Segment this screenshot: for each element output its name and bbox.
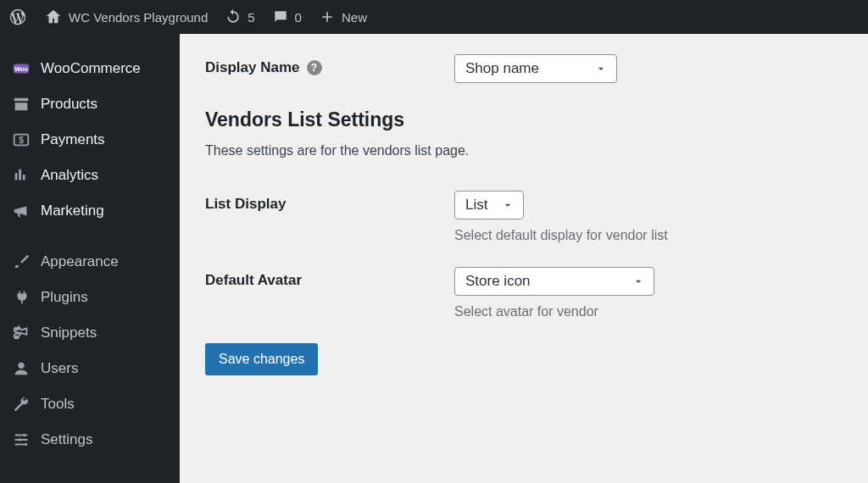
svg-point-5	[15, 336, 19, 339]
sidebar-item-label: Plugins	[41, 289, 88, 306]
chevron-down-icon	[594, 62, 608, 75]
sidebar-item-tools[interactable]: Tools	[0, 386, 180, 422]
vendors-list-desc: These settings are for the vendors list …	[205, 143, 843, 158]
chart-icon	[12, 166, 31, 185]
default-avatar-label: Default Avatar	[205, 272, 302, 289]
sidebar-item-label: Tools	[41, 396, 75, 413]
list-display-select[interactable]: List	[454, 191, 524, 219]
sliders-icon	[12, 430, 31, 449]
home-icon	[44, 8, 63, 26]
display-name-value: Shop name	[465, 60, 539, 77]
woocommerce-icon: Woo	[12, 59, 31, 78]
sidebar-item-label: Snippets	[41, 325, 97, 341]
sidebar-item-appearance[interactable]: Appearance	[0, 244, 180, 280]
plus-icon	[319, 8, 336, 25]
sidebar-item-label: Appearance	[41, 253, 119, 270]
svg-point-4	[15, 328, 19, 331]
comment-icon	[272, 8, 289, 25]
svg-point-6	[18, 363, 24, 369]
sidebar-item-marketing[interactable]: Marketing	[0, 193, 180, 229]
site-title: WC Vendors Playground	[69, 10, 208, 25]
home-link[interactable]: WC Vendors Playground	[44, 8, 208, 26]
sidebar-item-label: Products	[41, 96, 97, 113]
sidebar-item-snippets[interactable]: Snippets	[0, 315, 180, 351]
admin-bar: WC Vendors Playground 5 0 New	[0, 0, 868, 34]
default-avatar-help: Select avatar for vendor	[454, 304, 843, 319]
comments-link[interactable]: 0	[272, 8, 302, 25]
sidebar-item-label: Marketing	[41, 203, 104, 219]
user-icon	[12, 359, 31, 378]
list-display-label: List Display	[205, 196, 286, 213]
sidebar-item-analytics[interactable]: Analytics	[0, 158, 180, 193]
new-label: New	[342, 10, 367, 25]
svg-point-9	[25, 443, 28, 447]
plug-icon	[12, 288, 31, 307]
vendors-list-heading: Vendors List Settings	[205, 108, 843, 131]
wp-logo[interactable]	[8, 8, 27, 26]
dollar-icon: $	[12, 130, 31, 149]
sidebar-item-products[interactable]: Products	[0, 86, 180, 122]
new-link[interactable]: New	[319, 8, 367, 25]
admin-sidebar: Woo WooCommerce Products $ Payments Anal…	[0, 34, 180, 483]
chevron-down-icon	[501, 198, 515, 212]
svg-point-8	[18, 438, 21, 441]
default-avatar-select[interactable]: Store icon	[454, 267, 654, 296]
archive-icon	[12, 95, 31, 114]
save-button[interactable]: Save changes	[205, 343, 318, 375]
list-display-value: List	[465, 197, 487, 214]
list-display-help: Select default display for vendor list	[454, 228, 843, 243]
svg-text:Woo: Woo	[14, 65, 28, 73]
updates-link[interactable]: 5	[225, 8, 254, 25]
settings-panel: Display Name ? Shop name Vendors List Se…	[180, 34, 868, 483]
svg-point-7	[23, 434, 26, 437]
sidebar-item-payments[interactable]: $ Payments	[0, 122, 180, 158]
megaphone-icon	[12, 202, 31, 220]
help-icon[interactable]: ?	[307, 60, 322, 75]
sidebar-item-woocommerce[interactable]: Woo WooCommerce	[0, 51, 180, 86]
chevron-down-icon	[632, 275, 645, 288]
comments-count: 0	[295, 10, 302, 25]
wrench-icon	[12, 395, 31, 414]
svg-text:$: $	[19, 136, 24, 145]
refresh-icon	[225, 8, 242, 25]
sidebar-item-settings[interactable]: Settings	[0, 422, 180, 458]
scissors-icon	[12, 324, 31, 342]
default-avatar-value: Store icon	[465, 273, 531, 290]
updates-count: 5	[248, 10, 254, 25]
display-name-select[interactable]: Shop name	[454, 54, 617, 83]
sidebar-item-plugins[interactable]: Plugins	[0, 280, 180, 315]
sidebar-item-label: Payments	[41, 131, 105, 148]
sidebar-item-label: WooCommerce	[41, 60, 141, 77]
sidebar-item-label: Users	[41, 360, 78, 377]
display-name-label: Display Name	[205, 59, 300, 76]
sidebar-separator	[0, 229, 180, 244]
sidebar-item-label: Settings	[41, 431, 92, 448]
wordpress-icon	[8, 8, 27, 26]
sidebar-item-label: Analytics	[41, 167, 98, 184]
sidebar-item-users[interactable]: Users	[0, 351, 180, 386]
brush-icon	[12, 253, 31, 271]
